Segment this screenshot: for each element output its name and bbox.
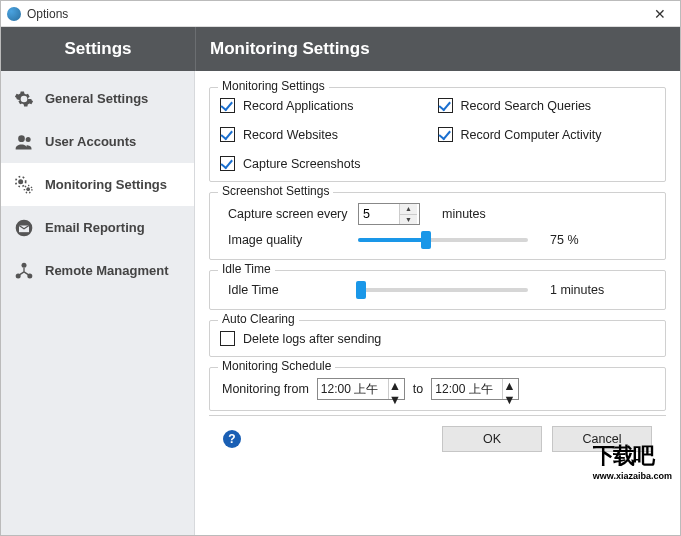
- mail-icon: [13, 217, 35, 239]
- schedule-to-label: to: [413, 382, 423, 396]
- checkbox-icon: [220, 98, 235, 113]
- quality-value: 75 %: [550, 233, 579, 247]
- header: Settings Monitoring Settings: [1, 27, 680, 71]
- checkbox-icon: [220, 156, 235, 171]
- watermark-sub: www.xiazaiba.com: [593, 471, 672, 481]
- group-screenshot: Screenshot Settings Capture screen every…: [209, 192, 666, 260]
- spin-down-icon[interactable]: ▼: [503, 393, 518, 407]
- footer: ? OK Cancel: [209, 415, 666, 462]
- legend: Screenshot Settings: [218, 184, 333, 198]
- sidebar-item-email[interactable]: Email Reporting: [1, 206, 194, 249]
- time-value: 12:00 上午: [432, 381, 502, 398]
- legend: Idle Time: [218, 262, 275, 276]
- schedule-to-input[interactable]: 12:00 上午 ▲ ▼: [431, 378, 519, 400]
- sidebar-item-label: General Settings: [45, 91, 148, 106]
- window-title: Options: [27, 7, 646, 21]
- spin-down-icon[interactable]: ▼: [389, 393, 404, 407]
- quality-label: Image quality: [220, 233, 350, 247]
- checkbox-record-websites[interactable]: Record Websites: [220, 127, 438, 142]
- legend: Auto Clearing: [218, 312, 299, 326]
- group-schedule: Monitoring Schedule Monitoring from 12:0…: [209, 367, 666, 411]
- users-icon: [13, 131, 35, 153]
- svg-point-7: [22, 262, 27, 267]
- sidebar-item-monitoring[interactable]: Monitoring Settings: [1, 163, 194, 206]
- spin-up-icon[interactable]: ▲: [400, 204, 417, 215]
- idle-value: 1 minutes: [550, 283, 604, 297]
- group-idle: Idle Time Idle Time 1 minutes: [209, 270, 666, 310]
- group-monitoring: Monitoring Settings Record Applications …: [209, 87, 666, 182]
- capture-interval-label: Capture screen every: [220, 207, 350, 221]
- time-value: 12:00 上午: [318, 381, 388, 398]
- content: Monitoring Settings Record Applications …: [195, 71, 680, 535]
- checkbox-icon: [438, 127, 453, 142]
- checkbox-record-apps[interactable]: Record Applications: [220, 98, 438, 113]
- checkbox-record-activity[interactable]: Record Computer Activity: [438, 127, 656, 142]
- checkbox-label: Record Search Queries: [461, 99, 592, 113]
- cancel-button[interactable]: Cancel: [552, 426, 652, 452]
- app-icon: [7, 7, 21, 21]
- idle-label: Idle Time: [220, 283, 350, 297]
- help-icon[interactable]: ?: [223, 430, 241, 448]
- main: General Settings User Accounts Monitorin…: [1, 71, 680, 535]
- sidebar-item-label: Email Reporting: [45, 220, 145, 235]
- sidebar-item-label: Monitoring Settings: [45, 177, 167, 192]
- checkbox-record-search[interactable]: Record Search Queries: [438, 98, 656, 113]
- sidebar: General Settings User Accounts Monitorin…: [1, 71, 195, 535]
- titlebar: Options ✕: [1, 1, 680, 27]
- schedule-from-label: Monitoring from: [220, 382, 309, 396]
- sidebar-item-label: Remote Managment: [45, 263, 169, 278]
- capture-interval-unit: minutes: [442, 207, 486, 221]
- ok-button[interactable]: OK: [442, 426, 542, 452]
- checkbox-capture-screenshots[interactable]: Capture Screenshots: [220, 156, 438, 171]
- legend: Monitoring Schedule: [218, 359, 335, 373]
- close-icon[interactable]: ✕: [646, 1, 674, 27]
- sidebar-item-label: User Accounts: [45, 134, 136, 149]
- checkbox-icon: [220, 331, 235, 346]
- checkbox-label: Capture Screenshots: [243, 157, 360, 171]
- checkbox-label: Record Websites: [243, 128, 338, 142]
- idle-slider[interactable]: [358, 281, 528, 299]
- svg-point-0: [18, 135, 25, 142]
- sidebar-item-remote[interactable]: Remote Managment: [1, 249, 194, 292]
- spin-down-icon[interactable]: ▼: [400, 215, 417, 225]
- sidebar-item-users[interactable]: User Accounts: [1, 120, 194, 163]
- gears-icon: [13, 174, 35, 196]
- legend: Monitoring Settings: [218, 79, 329, 93]
- svg-point-1: [26, 137, 31, 142]
- capture-interval-spinner[interactable]: ▲ ▼: [358, 203, 420, 225]
- quality-slider[interactable]: [358, 231, 528, 249]
- svg-point-2: [18, 179, 23, 184]
- spin-up-icon[interactable]: ▲: [389, 379, 404, 393]
- checkbox-label: Record Computer Activity: [461, 128, 602, 142]
- schedule-from-input[interactable]: 12:00 上午 ▲ ▼: [317, 378, 405, 400]
- capture-interval-input[interactable]: [359, 207, 399, 221]
- sidebar-item-general[interactable]: General Settings: [1, 77, 194, 120]
- checkbox-icon: [438, 98, 453, 113]
- checkbox-label: Record Applications: [243, 99, 353, 113]
- header-left: Settings: [1, 27, 195, 71]
- checkbox-delete-logs[interactable]: Delete logs after sending: [220, 331, 655, 346]
- checkbox-label: Delete logs after sending: [243, 332, 381, 346]
- network-icon: [13, 260, 35, 282]
- group-autoclear: Auto Clearing Delete logs after sending: [209, 320, 666, 357]
- gear-icon: [13, 88, 35, 110]
- spin-up-icon[interactable]: ▲: [503, 379, 518, 393]
- checkbox-icon: [220, 127, 235, 142]
- svg-point-4: [26, 187, 30, 191]
- header-right: Monitoring Settings: [195, 27, 680, 71]
